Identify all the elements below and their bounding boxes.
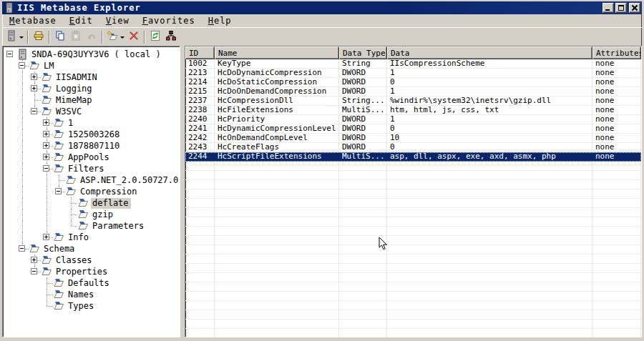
- cell-id: [185, 310, 215, 320]
- tree-item-1[interactable]: 1: [4, 117, 180, 129]
- cell-attributes: none: [592, 97, 641, 106]
- tree-guide: [41, 209, 53, 220]
- new-key-button[interactable]: [105, 29, 126, 45]
- cell-data: [387, 310, 592, 320]
- cell-data-type: [339, 320, 387, 329]
- tree-item-w3svc[interactable]: W3SVC: [4, 106, 180, 117]
- tree-expander[interactable]: [29, 106, 41, 117]
- tree-expander[interactable]: [16, 243, 29, 254]
- tree-item-mimemap[interactable]: MimeMap: [4, 94, 180, 106]
- menu-edit[interactable]: Edit: [63, 15, 99, 27]
- tree-item-asp-net-2-0-50727-0[interactable]: ASP.NET_2.0.50727.0: [4, 174, 180, 186]
- property-row[interactable]: 2238HcFileExtensionsMultiS...htm, html, …: [185, 106, 641, 115]
- property-row[interactable]: 2213HcDoDynamicCompressionDWORD1none: [185, 69, 641, 78]
- property-row[interactable]: 1002KeyTypeStringIIsCompressionSchemenon…: [185, 59, 641, 69]
- property-row[interactable]: 2244HcScriptFileExtensionsMultiS...asp, …: [185, 152, 641, 162]
- column-header-attributes[interactable]: Attributes: [592, 46, 641, 59]
- property-row[interactable]: 2242HcOnDemandCompLevelDWORD10none: [185, 134, 641, 143]
- property-row[interactable]: 2243HcCreateFlagsDWORD0none: [185, 143, 641, 152]
- tree-expander[interactable]: [41, 129, 53, 140]
- tree-item-apppools[interactable]: AppPools: [4, 152, 180, 163]
- tree-item-types[interactable]: Types: [4, 300, 180, 312]
- minimize-button[interactable]: [602, 3, 614, 13]
- tree-item-filters[interactable]: Filters: [4, 163, 180, 174]
- print-button[interactable]: [31, 29, 47, 45]
- tree-expander[interactable]: [29, 254, 41, 266]
- copy-button[interactable]: [52, 29, 68, 45]
- menu-help[interactable]: Help: [202, 15, 238, 27]
- tree-item-names[interactable]: Names: [4, 289, 180, 300]
- property-row[interactable]: 2214HcDoStaticCompressionDWORD0none: [185, 78, 641, 87]
- property-row[interactable]: 2215HcDoOnDemandCompressionDWORD1none: [185, 87, 641, 97]
- tree-expander[interactable]: [16, 60, 29, 71]
- column-header-name[interactable]: Name: [215, 46, 339, 59]
- tree-expander[interactable]: [4, 49, 16, 60]
- tree-item-snda-69q3uyy3v6-local[interactable]: SNDA-69Q3UYY3V6 ( local ): [4, 49, 180, 60]
- dropdown-arrow-icon[interactable]: [19, 36, 24, 41]
- tree-item-properties[interactable]: Properties: [4, 266, 180, 277]
- property-row[interactable]: 2237HcCompressionDllString...%windir%\sy…: [185, 97, 641, 106]
- cell-name: [215, 254, 339, 264]
- tree-item-1878807110[interactable]: 1878807110: [4, 140, 180, 152]
- tree-item-deflate[interactable]: deflate: [4, 197, 180, 209]
- tree-expander[interactable]: [41, 140, 53, 152]
- tree-guide: [29, 186, 41, 197]
- key-folder-icon: [41, 254, 52, 266]
- column-header-data[interactable]: Data: [387, 46, 592, 59]
- maximize-button[interactable]: [615, 3, 627, 13]
- cell-name: HcPriority: [215, 115, 339, 124]
- cell-name: [215, 236, 339, 245]
- cell-name: HcFileExtensions: [215, 106, 339, 115]
- tree-guide: [16, 289, 29, 300]
- tree-connector: [41, 277, 53, 289]
- empty-row: [185, 180, 641, 189]
- tree-expander[interactable]: [29, 83, 41, 94]
- cell-data-type: [339, 310, 387, 320]
- tree-item-gzip[interactable]: gzip: [4, 209, 180, 220]
- cell-data: 0: [387, 143, 592, 152]
- cell-data: [387, 236, 592, 245]
- delete-button[interactable]: [126, 29, 142, 45]
- tree-expander[interactable]: [41, 152, 53, 163]
- connect-server-button[interactable]: [4, 29, 25, 45]
- menu-view[interactable]: View: [99, 15, 136, 27]
- column-header-id[interactable]: ID: [185, 46, 215, 59]
- tree-item-iisadmin[interactable]: IISADMIN: [4, 71, 180, 83]
- cell-data-type: String...: [339, 97, 387, 106]
- tree-expander[interactable]: [53, 186, 65, 197]
- cell-id: 2244: [185, 152, 215, 162]
- tree-item-schema[interactable]: Schema: [4, 243, 180, 254]
- tree-guide: [16, 197, 29, 209]
- tree-guide: [41, 174, 53, 186]
- cell-id: [185, 320, 215, 329]
- tree-item-compression[interactable]: Compression: [4, 186, 180, 197]
- tree-expander[interactable]: [29, 266, 41, 277]
- tree-item-logging[interactable]: Logging: [4, 83, 180, 94]
- tree-item-lm[interactable]: LM: [4, 60, 180, 71]
- property-row[interactable]: 2241HcDynamicCompressionLevelDWORD0none: [185, 124, 641, 134]
- menu-favorites[interactable]: Favorites: [136, 15, 202, 27]
- tree-item-defaults[interactable]: Defaults: [4, 277, 180, 289]
- view-hierarchy-button[interactable]: [163, 29, 179, 45]
- property-row[interactable]: 2240HcPriorityDWORD1none: [185, 115, 641, 124]
- tree-item-1525003268[interactable]: 1525003268: [4, 129, 180, 140]
- paste-button: [68, 29, 84, 45]
- tree-expander[interactable]: [41, 163, 53, 174]
- key-folder-icon: [53, 117, 64, 129]
- close-button[interactable]: [629, 3, 640, 13]
- dropdown-arrow-icon[interactable]: [120, 36, 125, 41]
- menu-metabase[interactable]: Metabase: [3, 15, 63, 27]
- refresh-button[interactable]: [147, 29, 163, 45]
- cell-data-type: [339, 227, 387, 236]
- tree-expander[interactable]: [41, 117, 53, 129]
- cell-data: [387, 227, 592, 236]
- cell-id: [185, 282, 215, 292]
- tree-expander[interactable]: [41, 232, 53, 243]
- tree-item-info[interactable]: Info: [4, 232, 180, 243]
- tree-expander[interactable]: [29, 71, 41, 83]
- tree-guide: [4, 209, 16, 220]
- column-header-data-type[interactable]: Data Type: [339, 46, 387, 59]
- tree-item-classes[interactable]: Classes: [4, 254, 180, 266]
- tree-item-label: Filters: [67, 164, 107, 174]
- tree-item-parameters[interactable]: Parameters: [4, 220, 180, 232]
